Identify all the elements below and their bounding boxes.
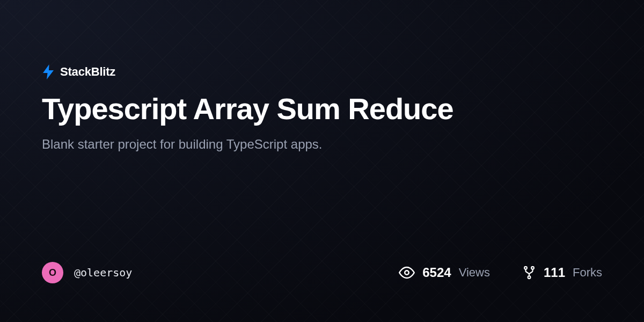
project-description: Blank starter project for building TypeS… (42, 135, 602, 153)
author-block: O @oleersoy (42, 262, 132, 283)
views-value: 6524 (422, 265, 451, 280)
avatar: O (42, 262, 63, 283)
svg-point-0 (405, 270, 409, 275)
forks-label: Forks (573, 266, 602, 280)
forks-stat: 111 Forks (522, 265, 602, 280)
avatar-initial: O (49, 267, 56, 279)
project-title: Typescript Array Sum Reduce (42, 92, 602, 126)
footer-row: O @oleersoy 6524 Views (42, 262, 602, 283)
eye-icon (399, 265, 415, 281)
author-username: @oleersoy (74, 266, 132, 279)
stats-block: 6524 Views 111 Forks (399, 265, 602, 281)
views-stat: 6524 Views (399, 265, 490, 281)
social-card: StackBlitz Typescript Array Sum Reduce B… (0, 0, 644, 322)
brand-name: StackBlitz (60, 65, 115, 79)
forks-value: 111 (544, 265, 565, 280)
brand-row: StackBlitz (42, 64, 602, 79)
bolt-icon (42, 64, 55, 79)
fork-icon (522, 266, 536, 280)
views-label: Views (459, 266, 490, 280)
